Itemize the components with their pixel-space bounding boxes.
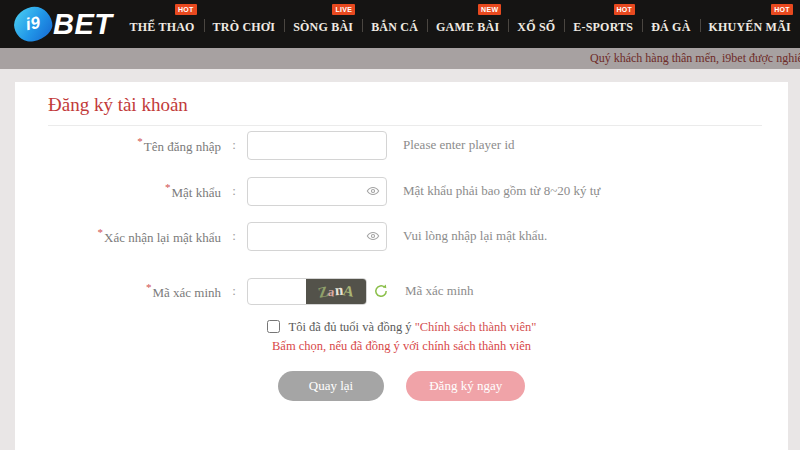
nav-item-esports[interactable]: E-SPORTS HOT: [564, 0, 642, 48]
i9bet-logo[interactable]: i9 BET: [14, 7, 113, 41]
agree-note: Bấm chọn, nếu đã đồng ý với chính sách t…: [15, 339, 788, 354]
nav-item-khuyen-mai[interactable]: KHUYẾN MÃI HOT: [700, 0, 800, 48]
refresh-captcha-icon[interactable]: [373, 283, 389, 299]
username-label: Tên đăng nhập: [144, 139, 221, 154]
captcha-label: Mã xác minh: [152, 285, 221, 300]
nav-item-da-ga[interactable]: ĐÁ GÀ: [642, 0, 699, 48]
username-hint: Please enter player id: [403, 137, 515, 153]
required-mark: *: [146, 281, 152, 293]
main-menu: THỂ THAO HOT TRÒ CHƠI SÒNG BÀI LIVE BẮN …: [121, 0, 800, 48]
captcha-row: *Mã xác minh : Z a n A Mã xác minh: [15, 276, 788, 306]
nav-item-tro-choi[interactable]: TRÒ CHƠI: [204, 0, 285, 48]
captcha-image: Z a n A: [306, 279, 366, 304]
nav-item-xo-so[interactable]: XỔ SỐ: [508, 0, 564, 48]
back-button[interactable]: Quay lại: [278, 371, 384, 401]
confirm-password-label: Xác nhận lại mật khẩu: [104, 230, 221, 245]
agree-row: Tôi đã đủ tuổi và đồng ý "Chính sách thà…: [15, 320, 788, 335]
captcha-hint: Mã xác minh: [405, 283, 474, 299]
hot-badge: HOT: [614, 4, 636, 15]
password-hint: Mật khẩu phải bao gồm từ 8~20 ký tự: [403, 183, 600, 199]
logo-i9-text: i9: [24, 13, 42, 36]
required-mark: *: [98, 226, 104, 238]
title-divider: [48, 125, 762, 126]
hot-badge: HOT: [771, 4, 793, 15]
announcement-bar: Quý khách hàng thân mến, i9bet được nghi…: [0, 48, 800, 69]
nav-item-ban-ca[interactable]: BẮN CÁ: [362, 0, 427, 48]
hot-badge: HOT: [175, 4, 197, 15]
logo-mark-icon: i9: [11, 3, 55, 44]
top-navbar: i9 BET THỂ THAO HOT TRÒ CHƠI SÒNG BÀI LI…: [0, 0, 800, 48]
eye-icon[interactable]: [366, 184, 380, 198]
eye-icon[interactable]: [366, 229, 380, 243]
nav-item-song-bai[interactable]: SÒNG BÀI LIVE: [284, 0, 362, 48]
register-card: Đăng ký tài khoản *Tên đăng nhập : Pleas…: [15, 82, 788, 450]
nav-item-game-bai[interactable]: GAME BÀI NEW: [427, 0, 508, 48]
register-button[interactable]: Đăng ký ngay: [406, 371, 525, 401]
agree-text: Tôi đã đủ tuổi và đồng ý: [289, 320, 412, 334]
confirm-password-row: *Xác nhận lại mật khẩu : Vui lòng nhập l…: [15, 221, 788, 251]
nav-item-the-thao[interactable]: THỂ THAO HOT: [121, 0, 204, 48]
password-label: Mật khẩu: [172, 185, 221, 200]
live-badge: LIVE: [332, 4, 355, 15]
required-mark: *: [137, 135, 143, 147]
button-row: Quay lại Đăng ký ngay: [15, 371, 788, 401]
required-mark: *: [165, 181, 171, 193]
logo-bet-text: BET: [53, 8, 113, 41]
policy-link[interactable]: "Chính sách thành viên": [415, 320, 537, 334]
confirm-password-hint: Vui lòng nhập lại mật khẩu.: [403, 228, 547, 244]
password-row: *Mật khẩu : Mật khẩu phải bao gồm từ 8~2…: [15, 176, 788, 206]
agree-checkbox[interactable]: [267, 320, 280, 333]
page-title: Đăng ký tài khoản: [48, 94, 188, 116]
announcement-text: Quý khách hàng thân mến, i9bet được nghi…: [590, 48, 800, 69]
username-row: *Tên đăng nhập : Please enter player id: [15, 130, 788, 160]
new-badge: NEW: [478, 4, 501, 15]
username-input[interactable]: [247, 131, 387, 160]
